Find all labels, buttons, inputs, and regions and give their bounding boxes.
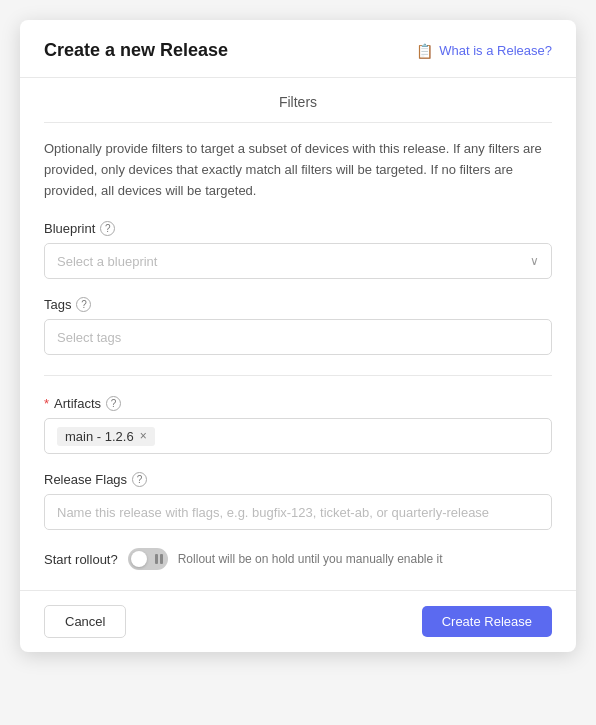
create-release-modal: Create a new Release 📋 What is a Release… <box>20 20 576 652</box>
rollout-label: Start rollout? <box>44 552 118 567</box>
cancel-button[interactable]: Cancel <box>44 605 126 638</box>
artifacts-input-field[interactable]: main - 1.2.6 × <box>44 418 552 454</box>
modal-title: Create a new Release <box>44 40 228 61</box>
toggle-pause-icon <box>155 554 163 564</box>
rollout-toggle[interactable] <box>128 548 168 570</box>
what-is-release-link[interactable]: 📋 What is a Release? <box>416 43 552 59</box>
release-flags-field-group: Release Flags ? <box>44 472 552 530</box>
help-link-label: What is a Release? <box>439 43 552 58</box>
artifacts-help-icon[interactable]: ? <box>106 396 121 411</box>
artifacts-label-row: * Artifacts ? <box>44 396 552 411</box>
artifact-tag-label: main - 1.2.6 <box>65 429 134 444</box>
artifacts-field-group: * Artifacts ? main - 1.2.6 × <box>44 396 552 454</box>
filters-description: Optionally provide filters to target a s… <box>44 139 552 201</box>
modal-body: Filters Optionally provide filters to ta… <box>20 78 576 590</box>
book-icon: 📋 <box>416 43 433 59</box>
toggle-thumb <box>131 551 147 567</box>
artifacts-required-star: * <box>44 396 49 411</box>
start-rollout-row: Start rollout? Rollout will be on hold u… <box>44 548 552 570</box>
artifacts-label: Artifacts <box>54 396 101 411</box>
artifact-remove-icon[interactable]: × <box>140 430 147 442</box>
blueprint-help-icon[interactable]: ? <box>100 221 115 236</box>
blueprint-placeholder: Select a blueprint <box>57 254 157 269</box>
tags-select[interactable]: Select tags <box>44 319 552 355</box>
tags-field-group: Tags ? Select tags <box>44 297 552 355</box>
blueprint-select[interactable]: Select a blueprint ∨ <box>44 243 552 279</box>
modal-header: Create a new Release 📋 What is a Release… <box>20 20 576 78</box>
tags-label-row: Tags ? <box>44 297 552 312</box>
release-flags-label: Release Flags <box>44 472 127 487</box>
blueprint-chevron-icon: ∨ <box>530 254 539 268</box>
tags-help-icon[interactable]: ? <box>76 297 91 312</box>
blueprint-label: Blueprint <box>44 221 95 236</box>
modal-footer: Cancel Create Release <box>20 590 576 652</box>
section-divider <box>44 375 552 376</box>
tags-label: Tags <box>44 297 71 312</box>
tags-placeholder: Select tags <box>57 330 121 345</box>
rollout-description: Rollout will be on hold until you manual… <box>178 552 443 566</box>
release-flags-label-row: Release Flags ? <box>44 472 552 487</box>
create-release-button[interactable]: Create Release <box>422 606 552 637</box>
artifact-tag: main - 1.2.6 × <box>57 427 155 446</box>
blueprint-label-row: Blueprint ? <box>44 221 552 236</box>
release-flags-help-icon[interactable]: ? <box>132 472 147 487</box>
release-flags-input[interactable] <box>44 494 552 530</box>
blueprint-field-group: Blueprint ? Select a blueprint ∨ <box>44 221 552 279</box>
filters-section-title: Filters <box>44 78 552 123</box>
